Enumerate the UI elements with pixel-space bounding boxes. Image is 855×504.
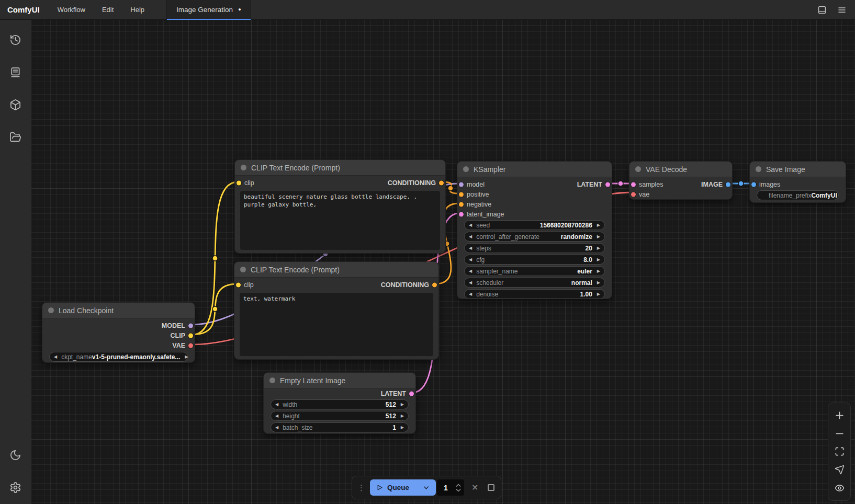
widget-sampler-name[interactable]: ◀ sampler_name euler ▶	[464, 266, 605, 276]
zoom-out-button[interactable]	[830, 426, 849, 441]
fit-view-button[interactable]	[830, 444, 849, 460]
increment-arrow-icon[interactable]: ▶	[597, 246, 600, 250]
node-header[interactable]: VAE Decode	[629, 162, 732, 177]
output-port-vae[interactable]	[188, 343, 193, 348]
increment-arrow-icon[interactable]: ▶	[597, 223, 600, 227]
node-header[interactable]: KSampler	[457, 162, 612, 177]
decrement-arrow-icon[interactable]: ◀	[275, 426, 278, 430]
node-load-checkpoint[interactable]: Load Checkpoint MODEL CLIP VAE ◀ ckpt_na…	[42, 302, 195, 363]
increment-arrow-icon[interactable]: ▶	[401, 403, 404, 407]
decrement-arrow-icon[interactable]: ◀	[275, 403, 278, 407]
input-port-clip[interactable]	[236, 282, 241, 287]
node-header[interactable]: Save Image	[750, 162, 846, 177]
link-midpoint-dot[interactable]	[448, 186, 453, 191]
increment-arrow-icon[interactable]: ▶	[597, 258, 600, 262]
decrement-arrow-icon[interactable]: ◀	[469, 223, 472, 227]
hamburger-menu-icon[interactable]	[837, 5, 847, 15]
link-midpoint-dot[interactable]	[212, 306, 218, 312]
widget-denoise[interactable]: ◀ denoise 1.00 ▶	[464, 289, 605, 299]
bottom-panel-icon[interactable]	[817, 5, 827, 15]
settings-button[interactable]	[3, 475, 28, 500]
input-port-negative[interactable]	[459, 202, 464, 207]
input-port-images[interactable]	[751, 182, 756, 187]
theme-toggle-button[interactable]	[3, 442, 28, 467]
prompt-textarea[interactable]: beautiful scenery nature glass bottle la…	[240, 191, 440, 250]
drag-handle[interactable]: ⋮	[357, 483, 366, 492]
sidebar-item-workflows[interactable]	[3, 124, 28, 150]
output-port-conditioning[interactable]	[432, 282, 437, 287]
increment-arrow-icon[interactable]: ▶	[597, 281, 600, 285]
batch-count-input[interactable]: 1	[437, 479, 464, 496]
input-row-latent-image: latent_image	[457, 209, 612, 219]
sidebar-item-queue-history[interactable]	[3, 27, 28, 52]
sidebar-item-model-library[interactable]	[3, 92, 28, 117]
node-ksampler[interactable]: KSampler model LATENT positive negative …	[457, 161, 612, 299]
decrement-arrow-icon[interactable]: ◀	[469, 246, 472, 250]
widget-width[interactable]: ◀ width 512 ▶	[271, 399, 409, 409]
widget-height[interactable]: ◀ height 512 ▶	[271, 411, 409, 421]
node-clip-text-encode-positive[interactable]: CLIP Text Encode (Prompt) clip CONDITION…	[234, 159, 446, 254]
widget-seed[interactable]: ◀ seed 156680208700286 ▶	[464, 220, 605, 230]
link-midpoint-dot[interactable]	[738, 181, 744, 186]
increment-arrow-icon[interactable]: ▶	[597, 269, 600, 273]
node-clip-text-encode-negative[interactable]: CLIP Text Encode (Prompt) clip CONDITION…	[234, 261, 439, 360]
output-port-image[interactable]	[726, 182, 730, 187]
node-header[interactable]: CLIP Text Encode (Prompt)	[234, 262, 438, 278]
queue-button[interactable]: Queue	[370, 479, 436, 496]
widget-cfg[interactable]: ◀ cfg 8.0 ▶	[464, 255, 605, 265]
chevron-down-icon[interactable]	[423, 484, 430, 491]
node-title: CLIP Text Encode (Prompt)	[251, 266, 340, 274]
output-port-conditioning[interactable]	[439, 180, 444, 185]
input-port-clip[interactable]	[237, 180, 241, 185]
link-midpoint-dot[interactable]	[212, 256, 218, 261]
menu-help[interactable]: Help	[122, 0, 153, 20]
node-graph-canvas[interactable]: Load Checkpoint MODEL CLIP VAE ◀ ckpt_na…	[0, 0, 855, 504]
menu-edit[interactable]: Edit	[94, 0, 122, 20]
decrement-arrow-icon[interactable]: ◀	[469, 235, 472, 239]
clear-queue-icon[interactable]: ✕	[471, 483, 478, 492]
input-port-model[interactable]	[459, 182, 464, 187]
decrement-arrow-icon[interactable]: ◀	[469, 281, 472, 285]
widget-steps[interactable]: ◀ steps 20 ▶	[464, 243, 605, 253]
widget-batch-size[interactable]: ◀ batch_size 1 ▶	[271, 422, 409, 432]
link-midpoint-dot[interactable]	[618, 181, 623, 186]
output-port-clip[interactable]	[188, 333, 193, 338]
input-port-vae[interactable]	[631, 192, 636, 197]
widget-ckpt-name[interactable]: ◀ ckpt_name v1-5-pruned-emaonly.safete..…	[49, 352, 188, 362]
stop-icon[interactable]	[488, 484, 494, 491]
decrement-arrow-icon[interactable]: ◀	[469, 269, 472, 273]
increment-arrow-icon[interactable]: ▶	[597, 235, 600, 239]
node-empty-latent-image[interactable]: Empty Latent Image LATENT ◀ width 512 ▶ …	[263, 372, 416, 434]
stepper-down-icon[interactable]	[456, 488, 461, 492]
toggle-links-button[interactable]	[830, 480, 849, 496]
node-header[interactable]: Load Checkpoint	[42, 303, 195, 318]
increment-arrow-icon[interactable]: ▶	[597, 292, 600, 296]
tab-image-generation[interactable]: Image Generation ●	[166, 0, 251, 20]
node-vae-decode[interactable]: VAE Decode samples IMAGE vae	[629, 161, 733, 200]
decrement-arrow-icon[interactable]: ◀	[469, 258, 472, 262]
input-port-latent-image[interactable]	[459, 212, 464, 216]
select-mode-button[interactable]	[830, 462, 849, 478]
increment-arrow-icon[interactable]: ▶	[401, 426, 404, 430]
increment-arrow-icon[interactable]: ▶	[401, 414, 404, 418]
zoom-in-button[interactable]	[830, 407, 849, 423]
output-port-latent[interactable]	[605, 182, 610, 187]
widget-control-after-generate[interactable]: ◀ control_after_generate randomize ▶	[464, 232, 605, 242]
decrement-arrow-icon[interactable]: ◀	[54, 355, 57, 359]
input-port-positive[interactable]	[459, 192, 464, 197]
prompt-textarea[interactable]: text, watermark	[240, 293, 433, 356]
node-header[interactable]: CLIP Text Encode (Prompt)	[235, 160, 445, 176]
increment-arrow-icon[interactable]: ▶	[185, 355, 188, 359]
stepper-up-icon[interactable]	[456, 484, 461, 487]
decrement-arrow-icon[interactable]: ◀	[469, 292, 472, 296]
menu-workflow[interactable]: Workflow	[49, 0, 94, 20]
output-port-model[interactable]	[188, 323, 193, 328]
sidebar-item-node-library[interactable]	[3, 60, 28, 85]
input-port-samples[interactable]	[631, 182, 636, 187]
decrement-arrow-icon[interactable]: ◀	[275, 414, 278, 418]
widget-filename-prefix[interactable]: filename_prefix ComfyUI	[757, 190, 839, 200]
node-save-image[interactable]: Save Image images filename_prefix ComfyU…	[749, 161, 846, 203]
output-port-latent[interactable]	[409, 391, 414, 396]
node-header[interactable]: Empty Latent Image	[264, 373, 415, 388]
widget-scheduler[interactable]: ◀ scheduler normal ▶	[464, 278, 605, 288]
